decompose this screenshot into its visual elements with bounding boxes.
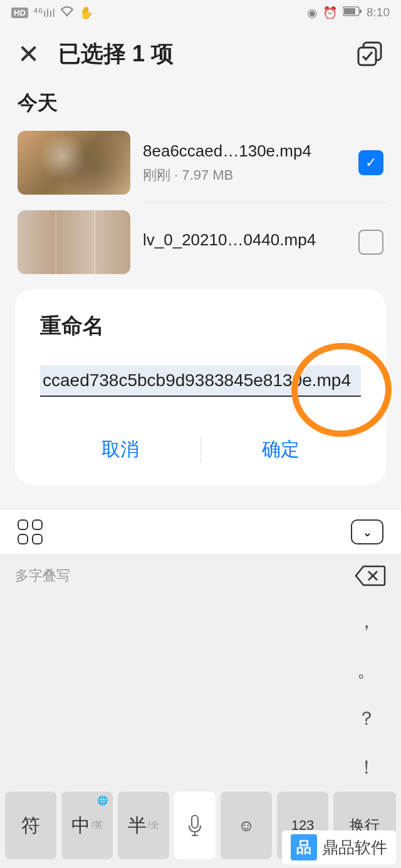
file-name: 8ea6ccaed…130e.mp4 (143, 141, 346, 161)
watermark: 品 鼎品软件 (282, 830, 396, 864)
suggestion[interactable]: ！ (357, 755, 376, 780)
file-item[interactable]: 8ea6ccaed…130e.mp4 刚刚 · 7.97 MB ✓ (13, 123, 388, 202)
rename-dialog: 重命名 取消 确定 (15, 289, 386, 485)
wifi-icon (60, 6, 74, 20)
keyboard-collapse-icon[interactable]: ⌄ (351, 519, 383, 544)
battery-icon (343, 6, 362, 19)
file-item[interactable]: lv_0_20210…0440.mp4 (13, 203, 388, 282)
selection-header: ✕ 已选择 1 项 (0, 25, 401, 83)
file-info: 8ea6ccaed…130e.mp4 刚刚 · 7.97 MB (143, 141, 346, 185)
dialog-buttons: 取消 确定 (40, 427, 361, 472)
key-emoji[interactable]: ☺ (221, 792, 272, 859)
video-thumbnail (18, 210, 130, 274)
suggestion[interactable]: ？ (357, 706, 376, 732)
svg-rect-4 (358, 48, 376, 65)
status-time: 8:10 (367, 6, 390, 19)
file-info: lv_0_20210…0440.mp4 (143, 230, 346, 255)
watermark-icon: 品 (291, 834, 317, 860)
svg-rect-5 (192, 815, 198, 828)
keyboard-hint: 多字叠写 (15, 566, 70, 585)
smile-icon: ☺ (238, 816, 255, 835)
keyboard-toolbar: ⌄ (0, 509, 401, 554)
status-left: HD ⁴⁶ılıl ✋ (11, 6, 94, 20)
section-today: 今天 (0, 83, 401, 123)
key-width[interactable]: 半/全 (118, 792, 169, 859)
watermark-text: 鼎品软件 (322, 837, 387, 859)
file-name: lv_0_20210…0440.mp4 (143, 230, 346, 250)
rename-input[interactable] (40, 365, 361, 397)
select-all-icon[interactable] (357, 41, 383, 68)
close-icon[interactable]: ✕ (18, 39, 39, 69)
key-language[interactable]: 🌐 中/英 (61, 792, 113, 859)
keyboard: 多字叠写 ， 。 ？ ！ 符 🌐 中/英 半/全 ☺ 123 换行 (0, 554, 401, 868)
keyboard-hint-row: 多字叠写 (0, 554, 401, 598)
key-symbol[interactable]: 符 (5, 792, 56, 859)
cancel-button[interactable]: 取消 (40, 427, 200, 472)
confirm-button[interactable]: 确定 (201, 427, 362, 472)
key-space[interactable] (174, 792, 216, 859)
hd-icon: HD (11, 8, 28, 18)
status-right: ◉ ⏰ 8:10 (307, 6, 390, 20)
signal-icon: ⁴⁶ılıl (33, 6, 55, 20)
alarm-icon: ⏰ (323, 6, 338, 20)
file-checkbox[interactable] (358, 230, 383, 255)
eye-icon: ◉ (307, 6, 318, 20)
keyboard-grid-icon[interactable] (18, 519, 43, 544)
file-meta: 刚刚 · 7.97 MB (143, 166, 346, 185)
file-list: 8ea6ccaed…130e.mp4 刚刚 · 7.97 MB ✓ lv_0_2… (0, 123, 401, 282)
suggestion[interactable]: ， (357, 609, 376, 635)
suggestion-area: ， 。 ？ ！ (0, 598, 401, 792)
suggestion[interactable]: 。 (357, 658, 376, 683)
file-checkbox[interactable]: ✓ (358, 150, 383, 175)
dialog-title: 重命名 (40, 312, 361, 340)
svg-rect-1 (344, 8, 355, 14)
backspace-icon[interactable] (355, 564, 386, 588)
hand-icon: ✋ (79, 6, 94, 20)
globe-icon: 🌐 (97, 795, 108, 805)
svg-rect-2 (360, 9, 362, 13)
header-title: 已选择 1 项 (58, 39, 338, 69)
status-bar: HD ⁴⁶ılıl ✋ ◉ ⏰ 8:10 (0, 0, 401, 25)
mic-icon (186, 813, 204, 838)
video-thumbnail (18, 131, 130, 195)
